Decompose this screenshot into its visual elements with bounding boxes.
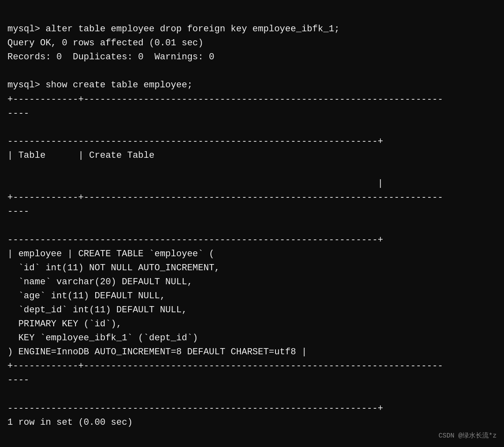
table-row-pk: PRIMARY KEY (`id`), [7,319,122,329]
table-header-2: | [7,178,383,189]
table-header-1: | Table | Create Table [7,150,443,161]
table-border-top-1: +------------+--------------------------… [7,94,443,105]
table-row-age: `age` int(11) DEFAULT NULL, [7,291,165,301]
table-row-engine: ) ENGINE=InnoDB AUTO_INCREMENT=8 DEFAULT… [7,347,307,357]
line-1: mysql> alter table employee drop foreign… [7,24,339,34]
table-border-bot-2: ---- [7,375,29,385]
table-row-key: KEY `employee_ibfk_1` (`dept_id`) [7,333,198,343]
table-border-top-3: ----------------------------------------… [7,136,383,147]
watermark: CSDN @绿水长流*z [438,431,497,441]
table-row-id: `id` int(11) NOT NULL AUTO_INCREMENT, [7,263,220,273]
table-row-name: `name` varchar(20) DEFAULT NULL, [7,277,193,287]
table-row-employee: | employee | CREATE TABLE `employee` ( [7,249,214,259]
terminal-content: mysql> alter table employee drop foreign… [7,22,497,430]
line-3: Records: 0 Duplicates: 0 Warnings: 0 [7,52,214,62]
table-row-dept: `dept_id` int(11) DEFAULT NULL, [7,305,187,315]
line-2: Query OK, 0 rows affected (0.01 sec) [7,38,203,48]
table-border-mid-3: ----------------------------------------… [7,235,383,245]
result-row: 1 row in set (0.00 sec) [7,417,133,428]
table-border-bot-3: ----------------------------------------… [7,403,383,414]
table-border-mid-2: ---- [7,206,29,217]
table-border-top-2: ---- [7,108,29,119]
table-border-mid-1: +------------+--------------------------… [7,192,443,203]
table-border-bot-1: +------------+--------------------------… [7,361,443,371]
line-5: mysql> show create table employee; [7,80,193,90]
terminal-window: mysql> alter table employee drop foreign… [0,0,504,447]
